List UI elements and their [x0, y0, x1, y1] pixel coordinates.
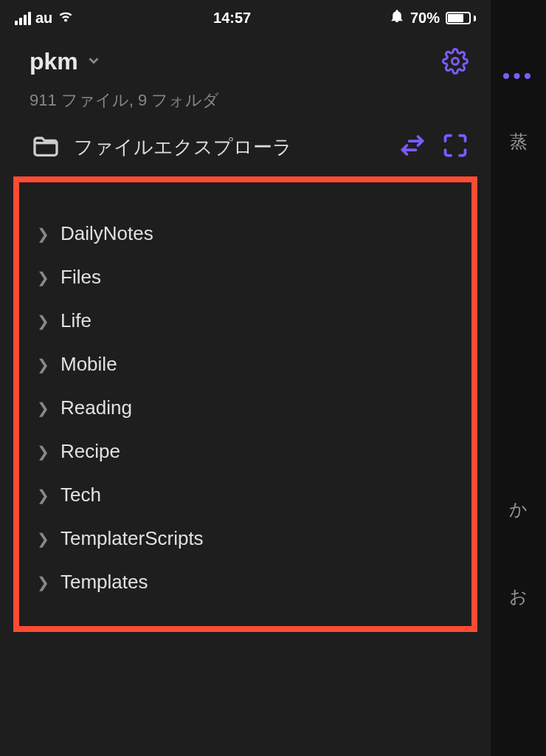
more-icon[interactable]: ••• — [502, 63, 535, 89]
vault-name: pkm — [30, 48, 78, 75]
chevron-right-icon: ❯ — [37, 530, 49, 548]
chevron-right-icon: ❯ — [37, 443, 49, 461]
explorer-header: ファイルエクスプローラ — [0, 111, 491, 172]
chevron-right-icon: ❯ — [37, 269, 49, 286]
chevron-right-icon: ❯ — [37, 312, 49, 330]
folder-item[interactable]: ❯ Recipe — [32, 430, 458, 473]
status-bar: au 14:57 70% — [0, 0, 491, 33]
svg-point-0 — [452, 58, 459, 65]
chevron-right-icon: ❯ — [37, 225, 49, 243]
folder-name: TemplaterScripts — [61, 527, 204, 550]
folder-item[interactable]: ❯ Templates — [32, 560, 458, 604]
vault-header: pkm — [0, 33, 491, 85]
chevron-down-icon — [86, 52, 102, 72]
vault-stats: 911 ファイル, 9 フォルダ — [0, 89, 491, 111]
folder-item[interactable]: ❯ Files — [32, 255, 458, 299]
folder-item[interactable]: ❯ Tech — [32, 473, 458, 517]
folder-item[interactable]: ❯ TemplaterScripts — [32, 517, 458, 560]
folder-name: Templates — [61, 571, 148, 594]
sort-button[interactable] — [399, 132, 426, 162]
sidebar-panel: au 14:57 70% pkm 911 ファイル, 9 — [0, 0, 491, 756]
chevron-right-icon: ❯ — [37, 574, 49, 591]
wifi-icon — [57, 9, 75, 27]
alarm-icon — [390, 9, 404, 27]
folder-item[interactable]: ❯ Life — [32, 299, 458, 343]
folder-item[interactable]: ❯ Reading — [32, 386, 458, 430]
folder-name: DailyNotes — [61, 222, 153, 245]
folder-name: Files — [61, 266, 101, 289]
chevron-right-icon: ❯ — [37, 356, 49, 374]
signal-icon — [15, 12, 31, 25]
bg-char-1: 蒸 — [510, 130, 528, 154]
carrier-label: au — [35, 10, 52, 27]
vault-switcher[interactable]: pkm — [30, 48, 102, 75]
explorer-title: ファイルエクスプローラ — [74, 134, 292, 160]
chevron-right-icon: ❯ — [37, 399, 49, 417]
settings-button[interactable] — [442, 48, 469, 78]
folder-list-highlight: ❯ DailyNotes ❯ Files ❯ Life ❯ Mobile ❯ R… — [13, 176, 477, 632]
folder-name: Recipe — [61, 440, 120, 463]
bg-char-3: お — [509, 585, 528, 608]
folder-item[interactable]: ❯ DailyNotes — [32, 212, 458, 255]
folder-name: Mobile — [61, 353, 117, 376]
expand-button[interactable] — [442, 132, 469, 162]
folder-name: Reading — [61, 396, 132, 419]
background-panel: ••• 蒸 か お — [491, 0, 546, 756]
battery-icon — [446, 12, 476, 24]
folder-name: Tech — [61, 484, 101, 506]
battery-pct: 70% — [410, 10, 440, 27]
folder-item[interactable]: ❯ Mobile — [32, 343, 458, 386]
bg-char-2: か — [509, 498, 528, 521]
folder-name: Life — [61, 309, 91, 332]
clock: 14:57 — [213, 10, 251, 27]
folder-icon — [31, 133, 61, 161]
chevron-right-icon: ❯ — [37, 487, 49, 504]
